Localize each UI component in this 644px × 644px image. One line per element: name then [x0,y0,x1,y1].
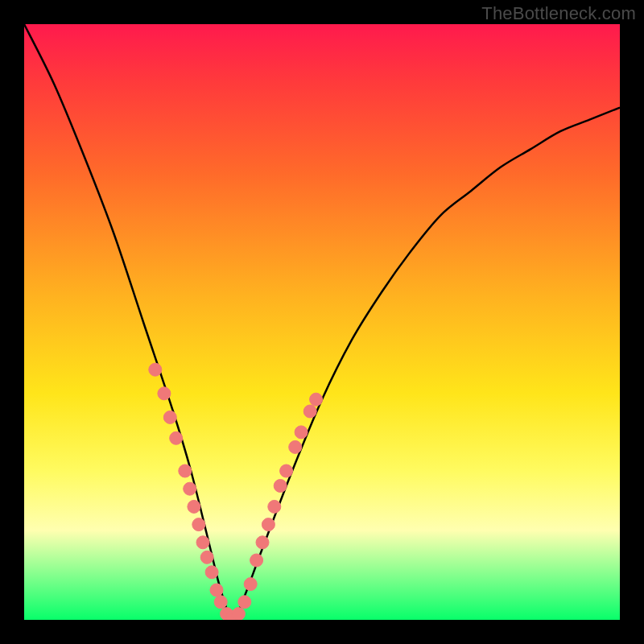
data-marker [196,536,209,549]
data-marker [214,596,227,609]
data-marker [200,551,213,564]
watermark-text: TheBottleneck.com [481,3,636,24]
plot-area [24,24,620,620]
chart-frame: TheBottleneck.com [0,0,644,644]
data-marker [188,500,200,513]
data-marker [274,480,287,493]
data-marker [158,387,171,400]
data-marker [262,518,275,531]
curve-svg [24,24,620,620]
data-marker [184,482,196,495]
data-marker [238,596,251,609]
data-marker [289,440,302,453]
data-marker [192,518,205,531]
marker-group [149,363,323,620]
data-marker [179,464,192,477]
data-marker [205,566,218,579]
data-marker [210,584,223,597]
data-marker [295,426,308,439]
data-marker [232,608,245,620]
data-marker [310,393,323,406]
data-marker [280,464,293,477]
data-marker [163,411,176,423]
bottleneck-curve [24,24,620,620]
data-marker [268,500,281,513]
data-marker [256,536,269,549]
data-marker [149,363,162,376]
data-marker [303,405,316,418]
data-marker [250,554,263,567]
data-marker [244,578,257,591]
data-marker [170,431,183,444]
